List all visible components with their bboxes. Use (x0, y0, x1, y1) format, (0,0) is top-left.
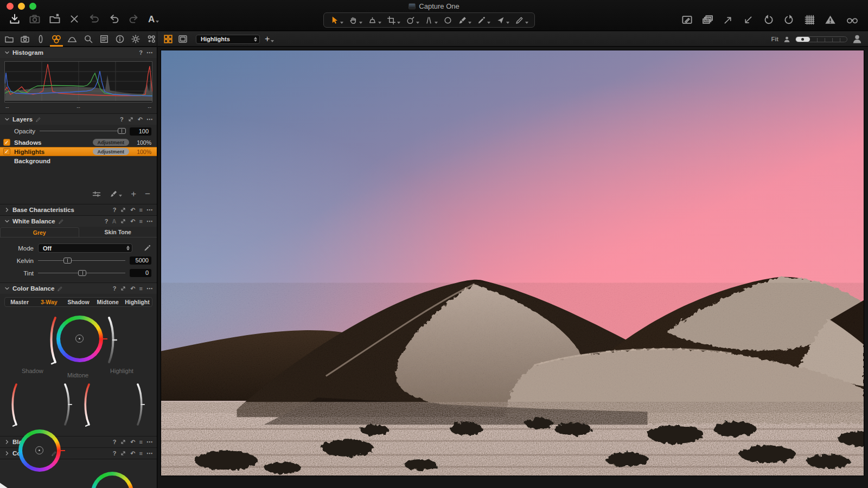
zoom-slider[interactable] (795, 36, 847, 42)
wheel-cursor[interactable] (75, 335, 84, 343)
presets-menu-icon[interactable]: ≡ (139, 219, 143, 224)
rotate-tool[interactable] (406, 16, 419, 25)
wb-mode-dropdown[interactable]: Off (38, 243, 132, 253)
exposure-warning-button[interactable] (825, 14, 836, 25)
reset-local-icon[interactable]: ↶ (138, 117, 143, 123)
help-icon[interactable]: ? (113, 286, 117, 292)
rotate-right-button[interactable] (783, 14, 795, 25)
midtone-luma-arc[interactable] (106, 314, 117, 367)
tab-metadata[interactable] (99, 31, 110, 47)
edit-pencil-icon[interactable] (35, 117, 41, 123)
grid-view-button[interactable] (163, 34, 173, 44)
shadow-luma-arc[interactable] (63, 382, 73, 428)
zoom-out-arrow-button[interactable] (743, 15, 754, 25)
edit-pencil-icon[interactable] (58, 219, 64, 224)
help-icon[interactable]: ? (113, 207, 117, 213)
help-icon[interactable]: ? (120, 117, 124, 123)
copy-apply-icon[interactable] (120, 207, 126, 213)
presets-menu-icon[interactable]: ≡ (139, 439, 143, 445)
more-icon[interactable]: ⋯ (146, 207, 152, 213)
import-button[interactable] (9, 13, 21, 25)
reset-local-icon[interactable]: ↶ (130, 207, 135, 213)
tab-output[interactable] (146, 31, 157, 47)
tab-shadow[interactable]: Shadow (63, 299, 93, 305)
help-icon[interactable]: ? (113, 439, 117, 445)
spot-removal-tool[interactable] (443, 16, 452, 25)
tab-exposure[interactable] (67, 31, 78, 47)
loupe-tool[interactable] (368, 16, 381, 25)
reset-local-icon[interactable]: ↶ (130, 439, 135, 445)
tab-color[interactable] (51, 31, 62, 47)
more-icon[interactable]: ⋯ (146, 117, 152, 123)
copy-apply-icon[interactable] (120, 450, 126, 457)
opacity-slider-thumb[interactable] (118, 128, 126, 134)
layer-brush-icon[interactable] (110, 190, 122, 198)
tab-details[interactable] (82, 31, 93, 47)
layers-header[interactable]: Layers ? ↶ ⋯ (0, 114, 157, 125)
layer-selector-dropdown[interactable]: Highlights (196, 35, 260, 44)
edit-in-viewer-button[interactable] (681, 14, 693, 25)
tint-value[interactable]: 0 (130, 269, 151, 277)
more-icon[interactable]: ⋯ (146, 439, 152, 445)
zoom-in-arrow-button[interactable] (723, 15, 733, 25)
layer-row-shadows[interactable]: ✓ Shadows Adjustment 100% (0, 138, 157, 147)
draw-mask-tool[interactable] (458, 16, 471, 25)
tab-midtone[interactable]: Midtone (93, 299, 123, 305)
more-icon[interactable]: ⋯ (146, 451, 152, 457)
presets-menu-icon[interactable]: ≡ (139, 207, 143, 213)
tab-library[interactable] (4, 31, 15, 47)
help-icon[interactable]: ? (113, 451, 117, 457)
keystone-tool[interactable] (424, 16, 438, 25)
layer-checkbox[interactable]: ✓ (3, 139, 10, 146)
tab-settings[interactable] (130, 31, 141, 47)
layer-checkbox[interactable]: ✓ (3, 148, 10, 155)
tab-info[interactable] (114, 31, 125, 47)
presets-menu-icon[interactable]: ≡ (139, 451, 143, 457)
rotate-left-button[interactable] (763, 14, 774, 25)
shadow-saturation-arc[interactable] (10, 382, 18, 428)
tint-slider-thumb[interactable] (78, 270, 86, 276)
remove-layer-button[interactable]: − (145, 189, 150, 198)
tab-grey[interactable]: Grey (0, 227, 79, 237)
midtone-color-wheel[interactable] (56, 316, 103, 362)
tab-capture[interactable] (20, 31, 30, 47)
edit-pencil-icon[interactable] (57, 286, 63, 292)
histogram-header[interactable]: Histogram ? ⋯ (0, 47, 157, 58)
tab-lens[interactable] (35, 31, 46, 47)
pan-tool[interactable] (349, 16, 362, 25)
opacity-slider[interactable] (40, 128, 125, 134)
add-layer-button[interactable]: + (131, 189, 136, 198)
capture-camera-button[interactable] (29, 13, 41, 25)
auto-adjust-icon[interactable]: A (112, 219, 116, 224)
kelvin-value[interactable]: 5000 (130, 256, 151, 265)
crop-tool[interactable] (387, 16, 400, 25)
zoom-slider-thumb[interactable] (796, 37, 810, 42)
layer-options-icon[interactable] (92, 190, 101, 198)
highlight-luma-arc[interactable] (136, 382, 145, 428)
viewer-mode-button[interactable] (178, 34, 188, 44)
proofing-glasses-button[interactable] (845, 15, 859, 25)
reset-local-icon[interactable]: ↶ (130, 451, 135, 457)
tab-master[interactable]: Master (5, 299, 34, 305)
tab-skin-tone[interactable]: Skin Tone (79, 227, 157, 237)
zoom-fit-label[interactable]: Fit (771, 36, 778, 42)
highlight-color-wheel[interactable] (91, 472, 133, 488)
tint-slider[interactable] (38, 270, 125, 277)
white-balance-header[interactable]: White Balance ? A ↶ ≡ ⋯ (0, 216, 157, 227)
tab-highlight[interactable]: Highlight (123, 299, 152, 305)
multi-view-button[interactable] (702, 14, 713, 25)
copy-apply-icon[interactable] (120, 285, 126, 292)
copy-apply-icon[interactable] (120, 439, 126, 445)
kelvin-slider-thumb[interactable] (63, 258, 72, 264)
copy-apply-icon[interactable] (120, 218, 126, 224)
undo-button[interactable] (108, 13, 120, 25)
help-icon[interactable]: ? (105, 219, 108, 224)
more-icon[interactable]: ⋯ (146, 50, 152, 56)
new-layer-button[interactable]: + (265, 35, 274, 43)
layer-row-background[interactable]: Background (0, 156, 157, 165)
select-tool[interactable] (330, 16, 343, 25)
styles-button[interactable]: A (148, 15, 159, 24)
redo-button[interactable] (128, 13, 140, 25)
layer-row-highlights[interactable]: ✓ Highlights Adjustment 100% (0, 147, 157, 156)
more-icon[interactable]: ⋯ (146, 286, 152, 292)
